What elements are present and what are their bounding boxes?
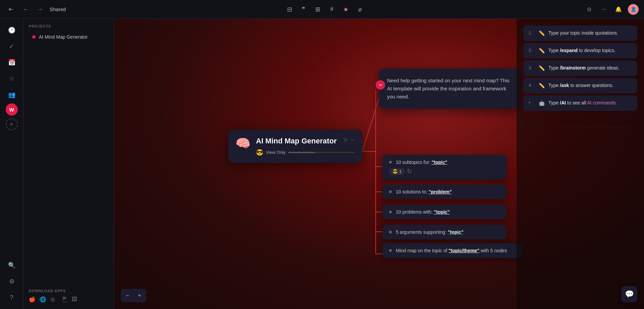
chat-button[interactable]: 💬 <box>621 286 637 302</box>
instruction-3: 3. ✏️ Type /brainstorm generate ideas. <box>523 60 637 76</box>
card-more-button[interactable]: ··· <box>351 136 355 143</box>
activity-icon-button[interactable]: ⊙ <box>584 4 594 15</box>
nav-center: ⊟ ❞ ⊞ # ★ ⌀ <box>284 4 366 15</box>
view-only-row: 😎 View Only <box>256 149 355 156</box>
sidebar-item-search[interactable]: 🔍 <box>5 259 18 272</box>
reaction-emoji: 😎 <box>392 169 398 174</box>
top-nav: ⇤ ← → Shared ⊟ ❞ ⊞ # ★ ⌀ ⊙ ··· 🔔 👤 <box>0 0 644 19</box>
app-download-icon[interactable]: 📱 <box>61 296 68 304</box>
instruction-2: 2. ✏️ Type /expand to develop topics. <box>523 43 637 58</box>
bullet-icon <box>389 190 392 193</box>
nav-left: ⇤ ← → Shared <box>5 4 66 15</box>
more-options-button[interactable]: ··· <box>598 4 609 15</box>
table-toolbar-icon[interactable]: ⊟ <box>284 4 295 15</box>
project-item-ai-mind-map[interactable]: AI Mind Map Generator <box>29 32 108 42</box>
card-title: AI Mind Map Generator <box>256 136 337 146</box>
sidebar-item-help[interactable]: ? <box>5 291 18 304</box>
bullet-icon <box>389 211 392 213</box>
main-layout: 🕐 ✓ 📅 ☆ 👥 W + 🔍 ⚙ ? PROJECTS AI Mind Map… <box>0 19 644 309</box>
sidebar-item-calendar[interactable]: 📅 <box>5 56 18 69</box>
card-content: AI Mind Map Generator ☆ ··· 😎 View Only <box>256 136 355 156</box>
zoom-out-button[interactable]: − <box>122 290 133 301</box>
back-button[interactable]: ← <box>20 4 31 15</box>
instructions-panel: 1. ✏️ Type your topic inside quotations.… <box>517 19 644 309</box>
arguments-highlight: "topic" <box>448 229 464 235</box>
zoom-controls: − + <box>121 289 146 302</box>
solutions-card: 10 solutions to: "problem" <box>382 184 506 199</box>
bell-icon-button[interactable]: 🔔 <box>613 4 624 15</box>
instruction-4: 4. ✏️ Type /ask to answer questions. <box>523 78 637 93</box>
sidebar-item-settings[interactable]: ⚙ <box>5 275 18 288</box>
add-reaction-button[interactable]: ↻ <box>407 168 412 175</box>
bullet-icon <box>389 231 392 233</box>
instruction-ai: • 🤖 Type /AI to see all AI commands. <box>523 95 637 111</box>
left-panel-bottom: DOWNLOAD APPS 🍎 🌐 ⊞ 📱 🖼 <box>23 283 114 309</box>
forward-button[interactable]: → <box>35 4 46 15</box>
collapse-sidebar-button[interactable]: ⇤ <box>5 4 16 15</box>
image-download-icon[interactable]: 🖼 <box>72 296 79 304</box>
collapse-branch-button[interactable]: − <box>376 80 385 90</box>
mindmap-text: Mind map on the topic of "topic/theme" w… <box>389 248 517 253</box>
instruction-1: 1. ✏️ Type your topic inside quotations. <box>523 26 637 41</box>
breadcrumb: Shared <box>50 6 66 12</box>
sidebar-item-clock[interactable]: 🕐 <box>5 24 18 37</box>
reaction-count: 1 <box>399 169 401 174</box>
arguments-card: 5 arguments supporting: "topic" <box>382 225 506 239</box>
solutions-text: 10 solutions to: "problem" <box>389 189 500 194</box>
hashtag-toolbar-icon[interactable]: # <box>326 4 337 15</box>
subtopics-highlight: "topic" <box>432 160 447 165</box>
zoom-in-button[interactable]: + <box>134 290 145 301</box>
projects-label: PROJECTS <box>29 24 108 28</box>
workspace-avatar[interactable]: W <box>6 103 18 116</box>
arguments-text: 5 arguments supporting: "topic" <box>389 229 500 235</box>
bullet-icon <box>389 161 392 164</box>
bullet-icon <box>389 249 392 252</box>
download-icons: 🍎 🌐 ⊞ 📱 🖼 <box>29 296 108 304</box>
project-dot <box>32 35 36 39</box>
apple-download-icon[interactable]: 🍎 <box>29 296 36 304</box>
view-only-emoji: 😎 <box>256 149 263 156</box>
subtopics-card: 10 subtopics for: "topic" 😎 1 ↻ <box>382 155 506 180</box>
add-workspace-button[interactable]: + <box>6 118 18 130</box>
sidebar-item-check[interactable]: ✓ <box>5 40 18 53</box>
mindmap-highlight: "topic/theme" <box>448 248 479 253</box>
toolbar: ⊟ ❞ ⊞ # ★ ⌀ <box>284 4 366 15</box>
nav-right: ⊙ ··· 🔔 👤 <box>584 4 639 15</box>
help-card: Need help getting started on your next m… <box>379 69 520 109</box>
left-panel: PROJECTS AI Mind Map Generator DOWNLOAD … <box>23 19 114 309</box>
problems-highlight: "topic" <box>434 209 450 215</box>
sidebar-bottom: 🔍 ⚙ ? <box>5 258 18 305</box>
card-actions: ☆ ··· <box>343 136 355 143</box>
sidebar: 🕐 ✓ 📅 ☆ 👥 W + 🔍 ⚙ ? <box>0 19 23 309</box>
reaction-chip[interactable]: 😎 1 <box>389 168 405 175</box>
projects-section: PROJECTS AI Mind Map Generator <box>23 19 114 48</box>
solutions-highlight: "problem" <box>429 189 452 194</box>
help-card-text: Need help getting started on your next m… <box>387 78 509 99</box>
quote-toolbar-icon[interactable]: ❞ <box>298 4 309 15</box>
download-label: DOWNLOAD APPS <box>29 289 108 293</box>
project-name: AI Mind Map Generator <box>39 34 88 40</box>
problems-card: 10 problems with: "topic" <box>382 205 506 219</box>
sidebar-item-users[interactable]: 👥 <box>5 88 18 101</box>
star-toolbar-icon[interactable]: ★ <box>340 4 352 15</box>
view-only-text: View Only <box>266 150 285 155</box>
canvas: 🧠 AI Mind Map Generator ☆ ··· 😎 View Onl… <box>114 19 644 309</box>
windows-download-icon[interactable]: ⊞ <box>50 296 58 304</box>
user-avatar[interactable]: 👤 <box>628 4 639 15</box>
svg-line-0 <box>362 98 379 151</box>
progress-bar <box>288 152 355 153</box>
main-mind-map-card: 🧠 AI Mind Map Generator ☆ ··· 😎 View Onl… <box>228 130 362 163</box>
card-star-button[interactable]: ☆ <box>343 136 348 143</box>
progress-fill <box>288 152 315 153</box>
problems-text: 10 problems with: "topic" <box>389 209 500 215</box>
subtopics-text: 10 subtopics for: "topic" <box>389 160 500 165</box>
share-toolbar-icon[interactable]: ⌀ <box>354 4 366 15</box>
card-emoji: 🧠 <box>235 136 251 150</box>
grid-toolbar-icon[interactable]: ⊞ <box>312 4 323 15</box>
sidebar-item-star[interactable]: ☆ <box>5 72 18 85</box>
globe-download-icon[interactable]: 🌐 <box>40 296 47 304</box>
mindmap-card: Mind map on the topic of "topic/theme" w… <box>382 243 523 258</box>
reaction-row: 😎 1 ↻ <box>389 168 500 175</box>
